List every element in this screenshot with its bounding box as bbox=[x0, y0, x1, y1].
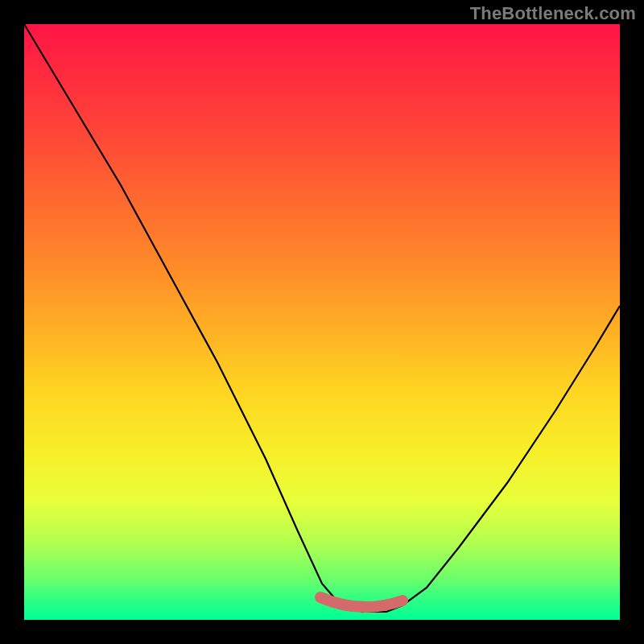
curve-svg bbox=[24, 24, 620, 620]
attribution-text: TheBottleneck.com bbox=[470, 3, 636, 24]
plot-area bbox=[24, 24, 620, 620]
bottleneck-curve bbox=[24, 24, 620, 612]
plateau-highlight bbox=[320, 597, 402, 607]
chart-frame: TheBottleneck.com bbox=[0, 0, 644, 644]
